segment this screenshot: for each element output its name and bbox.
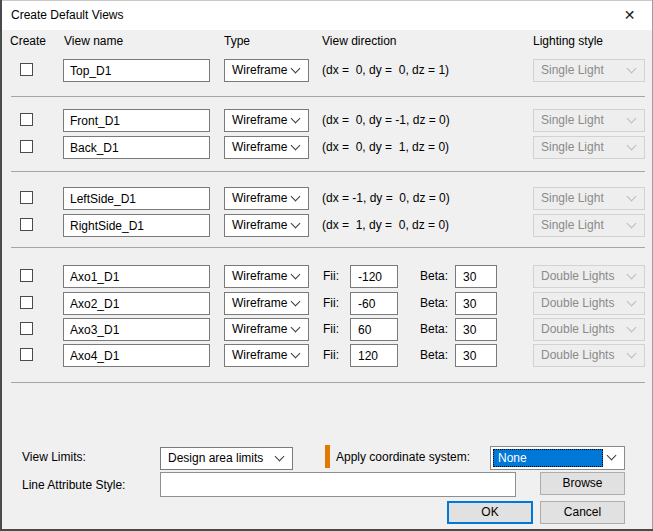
line-attribute-style-label: Line Attribute Style:: [22, 478, 125, 492]
chevron-down-icon: [627, 191, 637, 201]
lighting-value: Double Lights: [541, 319, 614, 340]
view-name-input[interactable]: [63, 136, 210, 159]
browse-button[interactable]: Browse: [540, 472, 625, 495]
type-dropdown[interactable]: Wireframe: [224, 265, 309, 288]
type-dropdown[interactable]: Wireframe: [224, 344, 309, 367]
coordinate-system-dropdown[interactable]: None: [490, 446, 625, 470]
view-name-input[interactable]: [63, 318, 210, 341]
close-button[interactable]: ✕: [607, 1, 652, 30]
create-default-views-dialog: Create Default Views ✕ Create View name …: [0, 0, 653, 531]
create-checkbox[interactable]: [20, 140, 33, 153]
type-dropdown[interactable]: Wireframe: [224, 214, 309, 237]
view-row-axo2: Wireframe Fii: Beta: Double Lights: [0, 292, 653, 315]
column-header-view-direction: View direction: [322, 34, 396, 48]
type-dropdown[interactable]: Wireframe: [224, 109, 309, 132]
chevron-down-icon: [275, 451, 285, 461]
lighting-value: Double Lights: [541, 293, 614, 314]
chevron-down-icon: [627, 113, 637, 123]
chevron-down-icon: [291, 63, 301, 73]
create-checkbox[interactable]: [20, 191, 33, 204]
beta-label: Beta:: [420, 318, 448, 340]
view-name-input[interactable]: [63, 109, 210, 132]
column-header-create: Create: [10, 34, 46, 48]
section-separator: [11, 247, 645, 248]
view-name-input[interactable]: [63, 265, 210, 288]
chevron-down-icon: [627, 348, 637, 358]
view-limits-label: View Limits:: [22, 450, 86, 464]
view-direction-text: (dx = 0, dy = 1, dz = 0): [322, 136, 449, 158]
beta-input[interactable]: [455, 344, 497, 367]
view-direction-text: (dx = 0, dy = 0, dz = 1): [322, 59, 449, 81]
type-dropdown[interactable]: Wireframe: [224, 136, 309, 159]
view-row-leftside: Wireframe (dx = -1, dy = 0, dz = 0) Sing…: [0, 187, 653, 210]
create-checkbox[interactable]: [20, 218, 33, 231]
beta-label: Beta:: [420, 292, 448, 314]
create-checkbox[interactable]: [20, 63, 33, 76]
type-value: Wireframe: [232, 266, 287, 287]
cancel-label: Cancel: [564, 505, 601, 519]
beta-input[interactable]: [455, 318, 497, 341]
lighting-dropdown: Double Lights: [533, 318, 645, 341]
coordinate-system-value: None: [493, 449, 603, 467]
type-dropdown[interactable]: Wireframe: [224, 292, 309, 315]
fii-input[interactable]: [350, 344, 398, 367]
create-checkbox[interactable]: [20, 113, 33, 126]
chevron-down-icon: [291, 218, 301, 228]
view-row-axo4: Wireframe Fii: Beta: Double Lights: [0, 344, 653, 367]
view-name-input[interactable]: [63, 187, 210, 210]
fii-input[interactable]: [350, 265, 398, 288]
section-separator: [11, 96, 645, 97]
view-row-axo1: Wireframe Fii: Beta: Double Lights: [0, 265, 653, 288]
view-name-input[interactable]: [63, 292, 210, 315]
lighting-value: Double Lights: [541, 266, 614, 287]
selected-value-highlight: None: [493, 449, 603, 467]
chevron-down-icon: [607, 451, 617, 461]
ok-button[interactable]: OK: [447, 501, 533, 524]
lighting-value: Double Lights: [541, 345, 614, 366]
type-dropdown[interactable]: Wireframe: [224, 318, 309, 341]
beta-input[interactable]: [455, 265, 497, 288]
lighting-dropdown: Single Light: [533, 59, 645, 82]
view-name-input[interactable]: [63, 344, 210, 367]
type-value: Wireframe: [232, 188, 287, 209]
fii-label: Fii:: [323, 265, 339, 287]
ok-label: OK: [481, 505, 498, 519]
view-row-back: Wireframe (dx = 0, dy = 1, dz = 0) Singl…: [0, 136, 653, 159]
close-icon: ✕: [624, 1, 636, 30]
create-checkbox[interactable]: [20, 296, 33, 309]
type-value: Wireframe: [232, 110, 287, 131]
create-checkbox[interactable]: [20, 322, 33, 335]
orange-marker: [325, 445, 330, 468]
view-direction-text: (dx = 0, dy = -1, dz = 0): [322, 109, 450, 131]
view-direction-text: (dx = -1, dy = 0, dz = 0): [322, 187, 450, 209]
beta-input[interactable]: [455, 292, 497, 315]
type-dropdown[interactable]: Wireframe: [224, 187, 309, 210]
title-bar: Create Default Views ✕: [2, 1, 652, 30]
chevron-down-icon: [291, 322, 301, 332]
view-row-front: Wireframe (dx = 0, dy = -1, dz = 0) Sing…: [0, 109, 653, 132]
view-row-axo3: Wireframe Fii: Beta: Double Lights: [0, 318, 653, 341]
chevron-down-icon: [291, 269, 301, 279]
chevron-down-icon: [291, 140, 301, 150]
section-separator: [11, 171, 645, 172]
view-name-input[interactable]: [63, 59, 210, 82]
type-dropdown[interactable]: Wireframe: [224, 59, 309, 82]
view-name-input[interactable]: [63, 214, 210, 237]
fii-label: Fii:: [323, 292, 339, 314]
line-attribute-style-input[interactable]: [160, 472, 516, 497]
lighting-value: Single Light: [541, 215, 604, 236]
chevron-down-icon: [627, 218, 637, 228]
fii-input[interactable]: [350, 318, 398, 341]
chevron-down-icon: [627, 269, 637, 279]
fii-input[interactable]: [350, 292, 398, 315]
view-limits-dropdown[interactable]: Design area limits: [160, 447, 293, 470]
create-checkbox[interactable]: [20, 348, 33, 361]
create-checkbox[interactable]: [20, 269, 33, 282]
fii-label: Fii:: [323, 318, 339, 340]
chevron-down-icon: [627, 322, 637, 332]
view-row-rightside: Wireframe (dx = 1, dy = 0, dz = 0) Singl…: [0, 214, 653, 237]
type-value: Wireframe: [232, 137, 287, 158]
type-value: Wireframe: [232, 293, 287, 314]
cancel-button[interactable]: Cancel: [540, 501, 625, 524]
fii-label: Fii:: [323, 344, 339, 366]
